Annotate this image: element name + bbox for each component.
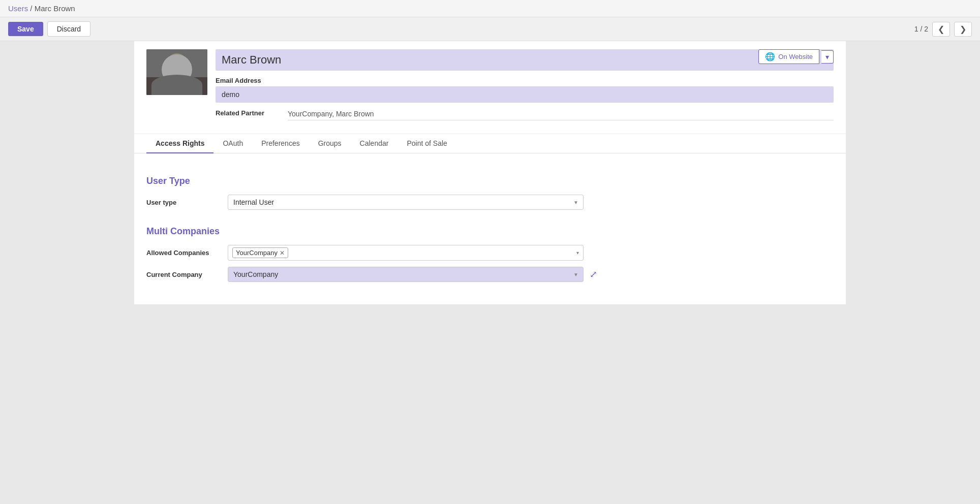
breadcrumb-separator: / (30, 4, 32, 13)
tab-oauth[interactable]: OAuth (213, 134, 252, 153)
globe-icon: 🌐 (765, 52, 775, 61)
user-name-input[interactable] (216, 49, 834, 71)
pagination-text: 1 / 2 (914, 25, 928, 33)
related-partner-value[interactable]: YourCompany, Marc Brown (288, 108, 834, 120)
pagination: 1 / 2 ❮ ❯ (914, 22, 972, 37)
svg-point-2 (154, 80, 200, 95)
tabs-bar: Access Rights OAuth Preferences Groups C… (134, 134, 846, 153)
allowed-companies-label: Allowed Companies (146, 249, 228, 257)
tab-calendar[interactable]: Calendar (351, 134, 398, 153)
allowed-companies-dropdown-icon[interactable]: ▾ (576, 250, 579, 256)
user-type-label: User type (146, 199, 228, 206)
current-company-select-wrapper[interactable]: YourCompany (228, 267, 584, 282)
allowed-companies-input[interactable]: YourCompany ✕ ▾ (228, 245, 584, 261)
breadcrumb: Users / Marc Brown (8, 4, 972, 13)
tab-point-of-sale[interactable]: Point of Sale (397, 134, 456, 153)
svg-rect-0 (146, 49, 207, 95)
user-type-select-wrapper[interactable]: Internal User Portal Public (228, 195, 584, 210)
on-website-button[interactable]: 🌐 On Website (758, 49, 819, 64)
website-badge: 🌐 On Website ▾ (758, 49, 834, 64)
current-company-row: Current Company YourCompany ⤢ (146, 267, 834, 282)
company-tag-label: YourCompany (236, 249, 278, 257)
allowed-companies-row: Allowed Companies YourCompany ✕ ▾ (146, 245, 834, 261)
related-partner-row: Related Partner YourCompany, Marc Brown (216, 108, 834, 120)
user-type-section-title: User Type (146, 176, 834, 186)
tab-access-rights[interactable]: Access Rights (146, 134, 213, 153)
email-label: Email Address (216, 77, 834, 84)
current-company-label: Current Company (146, 271, 228, 278)
breadcrumb-parent[interactable]: Users (8, 4, 28, 13)
user-fields: 🌐 On Website ▾ Email Address Related Par… (216, 49, 834, 125)
company-tag-remove[interactable]: ✕ (280, 249, 285, 257)
website-dropdown[interactable]: ▾ (821, 50, 834, 64)
tab-groups[interactable]: Groups (309, 134, 351, 153)
tab-content-access-rights: User Type User type Internal User Portal… (134, 153, 846, 304)
multi-companies-section-title: Multi Companies (146, 226, 834, 237)
tab-preferences[interactable]: Preferences (252, 134, 309, 153)
company-tag-yourcompany[interactable]: YourCompany ✕ (232, 247, 288, 258)
related-partner-label: Related Partner (216, 109, 282, 117)
save-button[interactable]: Save (8, 22, 43, 36)
next-button[interactable]: ❯ (954, 22, 972, 37)
website-label: On Website (778, 53, 813, 60)
prev-button[interactable]: ❮ (932, 22, 950, 37)
user-type-row: User type Internal User Portal Public (146, 195, 834, 210)
svg-point-1 (166, 53, 188, 78)
svg-rect-3 (146, 77, 207, 95)
email-input[interactable] (216, 86, 834, 103)
user-type-select[interactable]: Internal User Portal Public (228, 195, 584, 210)
current-company-external-link[interactable]: ⤢ (588, 267, 599, 282)
current-company-select[interactable]: YourCompany (228, 267, 584, 282)
avatar (146, 49, 207, 95)
breadcrumb-current: Marc Brown (35, 4, 75, 13)
discard-button[interactable]: Discard (47, 21, 90, 37)
